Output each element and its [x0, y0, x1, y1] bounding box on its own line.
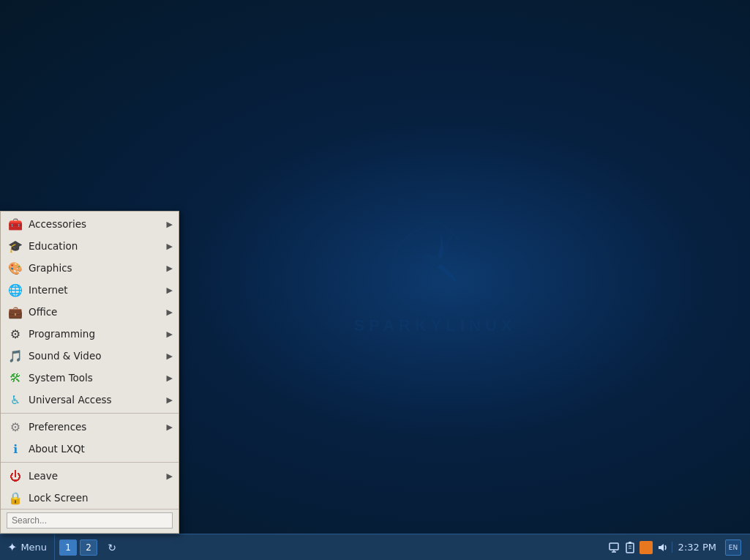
education-icon: 🎓 — [8, 239, 23, 253]
internet-arrow: ▶ — [167, 285, 173, 295]
desktop: SPARKYLINUX 🧰 Accessories ▶ 🎓 Education … — [0, 0, 750, 560]
menu-item-system-tools[interactable]: 🛠 System Tools ▶ — [1, 367, 179, 389]
preferences-label: Preferences — [29, 421, 86, 433]
menu-search-bar[interactable] — [1, 509, 179, 531]
sound-video-label: Sound & Video — [29, 350, 101, 362]
svg-marker-8 — [659, 544, 664, 551]
menu-item-preferences[interactable]: ⚙ Preferences ▶ — [1, 416, 179, 438]
education-arrow: ▶ — [167, 242, 173, 251]
accessories-label: Accessories — [29, 218, 86, 230]
graphics-label: Graphics — [29, 262, 72, 274]
about-icon: ℹ — [8, 441, 23, 456]
leave-arrow: ▶ — [167, 471, 173, 481]
programming-icon: ⚙ — [8, 326, 23, 341]
system-tools-arrow: ▶ — [167, 373, 173, 383]
taskbar-menu-label: Menu — [20, 542, 47, 553]
clipboard-tray-icon[interactable] — [623, 541, 637, 554]
leave-icon: ⏻ — [8, 468, 23, 483]
svg-point-0 — [430, 255, 441, 266]
sound-video-icon: 🎵 — [8, 348, 23, 363]
menu-item-lock-screen[interactable]: 🔒 Lock Screen — [1, 487, 179, 509]
logo-container: SPARKYLINUX — [353, 213, 516, 335]
lock-screen-icon: 🔒 — [8, 490, 23, 505]
menu-item-leave[interactable]: ⏻ Leave ▶ — [1, 465, 179, 487]
office-arrow: ▶ — [167, 307, 173, 317]
keyboard-layout-indicator[interactable]: EN — [725, 540, 741, 556]
taskbar-menu-button[interactable]: ✦ Menu — [0, 534, 55, 560]
desktop-1-button[interactable]: 1 — [59, 540, 77, 556]
menu-item-universal-access[interactable]: ♿ Universal Access ▶ — [1, 389, 179, 411]
menu-item-education[interactable]: 🎓 Education ▶ — [1, 235, 179, 257]
desktop-2-button[interactable]: 2 — [80, 540, 97, 556]
logo-text: SPARKYLINUX — [353, 316, 516, 335]
menu-item-internet[interactable]: 🌐 Internet ▶ — [1, 279, 179, 301]
menu-item-programming[interactable]: ⚙ Programming ▶ — [1, 323, 179, 345]
universal-access-arrow: ▶ — [167, 395, 173, 405]
menu-item-office[interactable]: 💼 Office ▶ — [1, 301, 179, 323]
office-label: Office — [29, 306, 57, 318]
accessories-arrow: ▶ — [167, 220, 173, 229]
accessories-icon: 🧰 — [8, 217, 23, 231]
about-label: About LXQt — [29, 443, 85, 455]
clipboard-icon — [623, 541, 637, 554]
programming-arrow: ▶ — [167, 329, 173, 339]
app-indicator-tray-icon[interactable] — [640, 541, 653, 554]
svg-rect-7 — [629, 542, 631, 544]
education-label: Education — [29, 240, 78, 252]
volume-icon — [656, 541, 669, 554]
internet-icon: 🌐 — [8, 283, 23, 297]
preferences-arrow: ▶ — [167, 422, 173, 432]
volume-tray-icon[interactable] — [656, 541, 669, 554]
system-tools-label: System Tools — [29, 372, 93, 384]
system-tray: 2:32 PM EN — [601, 534, 750, 560]
menu-item-sound-video[interactable]: 🎵 Sound & Video ▶ — [1, 345, 179, 367]
desktop-switcher: 1 2 — [55, 534, 102, 560]
graphics-icon: 🎨 — [8, 261, 23, 275]
network-icon — [607, 541, 620, 554]
separator-1 — [1, 413, 179, 414]
refresh-icon: ↻ — [108, 542, 116, 553]
application-menu: 🧰 Accessories ▶ 🎓 Education ▶ 🎨 Graphics… — [0, 211, 179, 534]
menu-item-about[interactable]: ℹ About LXQt — [1, 438, 179, 460]
sparky-logo — [388, 213, 483, 308]
leave-label: Leave — [29, 470, 58, 482]
menu-item-accessories[interactable]: 🧰 Accessories ▶ — [1, 213, 179, 235]
graphics-arrow: ▶ — [167, 264, 173, 273]
separator-2 — [1, 462, 179, 463]
network-tray-icon[interactable] — [607, 541, 620, 554]
taskbar-clock: 2:32 PM — [672, 542, 722, 553]
search-input[interactable] — [7, 512, 173, 529]
preferences-icon: ⚙ — [8, 419, 23, 434]
keyboard-layout-label: EN — [729, 544, 738, 551]
lock-screen-label: Lock Screen — [29, 492, 89, 504]
universal-access-label: Universal Access — [29, 394, 112, 406]
taskbar: ✦ Menu 1 2 ↻ — [0, 534, 750, 560]
internet-label: Internet — [29, 284, 68, 296]
programming-label: Programming — [29, 328, 95, 340]
sound-video-arrow: ▶ — [167, 351, 173, 361]
taskbar-refresh-button[interactable]: ↻ — [103, 540, 121, 556]
universal-access-icon: ♿ — [8, 392, 23, 407]
sparky-taskbar-icon: ✦ — [7, 540, 17, 554]
system-tools-icon: 🛠 — [8, 370, 23, 385]
svg-rect-1 — [610, 543, 618, 550]
menu-item-graphics[interactable]: 🎨 Graphics ▶ — [1, 257, 179, 279]
office-icon: 💼 — [8, 305, 23, 319]
